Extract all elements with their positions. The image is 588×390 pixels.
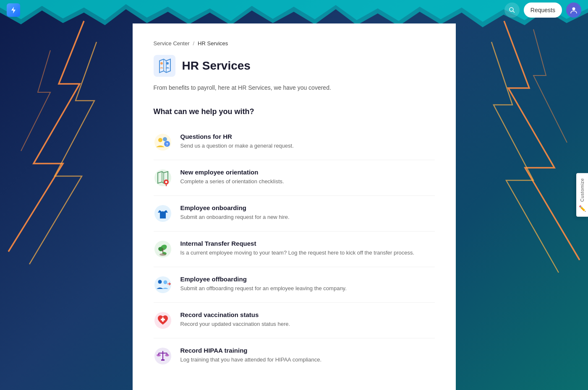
service-title-internal-transfer: Internal Transfer Request	[180, 240, 435, 247]
page-description: From benefits to payroll, here at HR Ser…	[154, 83, 435, 92]
svg-point-15	[158, 138, 162, 142]
breadcrumb-separator: /	[193, 40, 194, 47]
customize-icon: ✏️	[579, 205, 586, 212]
customize-sidebar[interactable]: Customize ✏️	[576, 173, 588, 217]
svg-marker-3	[11, 7, 16, 13]
svg-point-4	[510, 8, 513, 11]
breadcrumb: Service Center / HR Services	[154, 40, 435, 47]
service-title-employee-offboarding: Employee offboarding	[180, 276, 435, 283]
service-item-vaccination-status[interactable]: Record vaccination statusRecord your upd…	[154, 304, 435, 336]
svg-line-5	[513, 11, 515, 13]
service-title-vaccination-status: Record vaccination status	[180, 311, 435, 318]
breadcrumb-home[interactable]: Service Center	[154, 40, 190, 47]
svg-point-30	[159, 253, 166, 256]
nav-left	[7, 3, 20, 17]
svg-rect-38	[162, 351, 163, 359]
nav-right: Requests	[504, 3, 581, 18]
search-button[interactable]	[504, 3, 520, 18]
svg-point-31	[154, 276, 171, 293]
service-title-new-employee-orientation: New employee orientation	[180, 169, 435, 176]
main-wrapper: Service Center / HR Services	[0, 0, 588, 390]
svg-point-13	[166, 62, 169, 65]
service-item-hipaa-training[interactable]: Record HIPAA trainingLog training that y…	[154, 340, 435, 372]
service-title-hr-questions: Questions for HR	[180, 133, 435, 140]
service-icon-new-employee-orientation	[154, 169, 172, 187]
svg-point-12	[160, 62, 163, 65]
service-description-employee-offboarding: Submit an offboarding request for an emp…	[180, 284, 435, 293]
svg-point-16	[163, 137, 167, 141]
svg-rect-36	[161, 319, 165, 320]
service-item-internal-transfer[interactable]: Internal Transfer RequestIs a current em…	[154, 233, 435, 265]
service-item-new-employee-orientation[interactable]: New employee orientationComplete a serie…	[154, 162, 435, 194]
requests-button[interactable]: Requests	[524, 3, 562, 18]
customize-label: Customize	[580, 178, 585, 202]
service-icon-hr-questions: ?	[154, 133, 172, 151]
service-description-internal-transfer: Is a current employee moving to your tea…	[180, 249, 435, 257]
page-header-icon	[154, 55, 175, 77]
service-item-employee-offboarding[interactable]: Employee offboardingSubmit an offboardin…	[154, 269, 435, 301]
service-icon-employee-offboarding	[154, 276, 172, 294]
section-heading: What can we help you with?	[154, 107, 435, 116]
service-description-hr-questions: Send us a question or make a general req…	[180, 142, 435, 150]
service-description-employee-onboarding: Submit an onboarding request for a new h…	[180, 213, 435, 221]
svg-point-32	[158, 280, 162, 284]
service-description-hipaa-training: Log training that you have attended for …	[180, 356, 435, 364]
service-description-vaccination-status: Record your updated vaccination status h…	[180, 320, 435, 328]
svg-rect-8	[154, 55, 175, 77]
service-item-hr-questions[interactable]: ? Questions for HRSend us a question or …	[154, 126, 435, 158]
page-header: HR Services	[154, 55, 435, 77]
svg-point-33	[163, 281, 167, 284]
avatar[interactable]	[566, 3, 581, 18]
service-icon-employee-onboarding	[154, 204, 172, 223]
breadcrumb-current: HR Services	[198, 40, 228, 47]
services-list: ? Questions for HRSend us a question or …	[154, 126, 435, 372]
svg-point-24	[165, 181, 167, 183]
content-panel: Service Center / HR Services	[133, 23, 456, 390]
service-title-hipaa-training: Record HIPAA training	[180, 347, 435, 354]
top-navigation: Requests	[0, 0, 588, 20]
nav-logo[interactable]	[7, 3, 20, 17]
service-icon-hipaa-training	[154, 347, 172, 365]
service-title-employee-onboarding: Employee onboarding	[180, 204, 435, 211]
page-title: HR Services	[182, 59, 251, 73]
service-icon-vaccination-status	[154, 311, 172, 330]
svg-text:?: ?	[166, 142, 168, 146]
service-item-employee-onboarding[interactable]: Employee onboardingSubmit an onboarding …	[154, 198, 435, 229]
service-icon-internal-transfer	[154, 240, 172, 258]
service-description-new-employee-orientation: Complete a series of orientation checkli…	[180, 177, 435, 186]
svg-rect-44	[161, 359, 165, 361]
